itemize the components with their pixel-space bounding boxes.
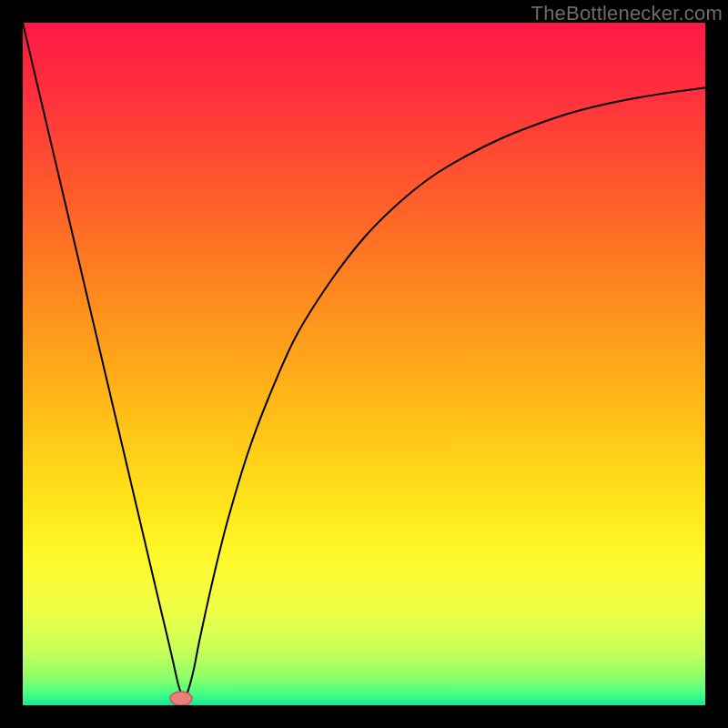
optimum-marker bbox=[170, 692, 192, 705]
bottleneck-chart bbox=[23, 23, 705, 705]
chart-frame: TheBottlenecker.com bbox=[0, 0, 728, 728]
watermark-text: TheBottlenecker.com bbox=[531, 2, 723, 25]
chart-background bbox=[23, 23, 705, 705]
